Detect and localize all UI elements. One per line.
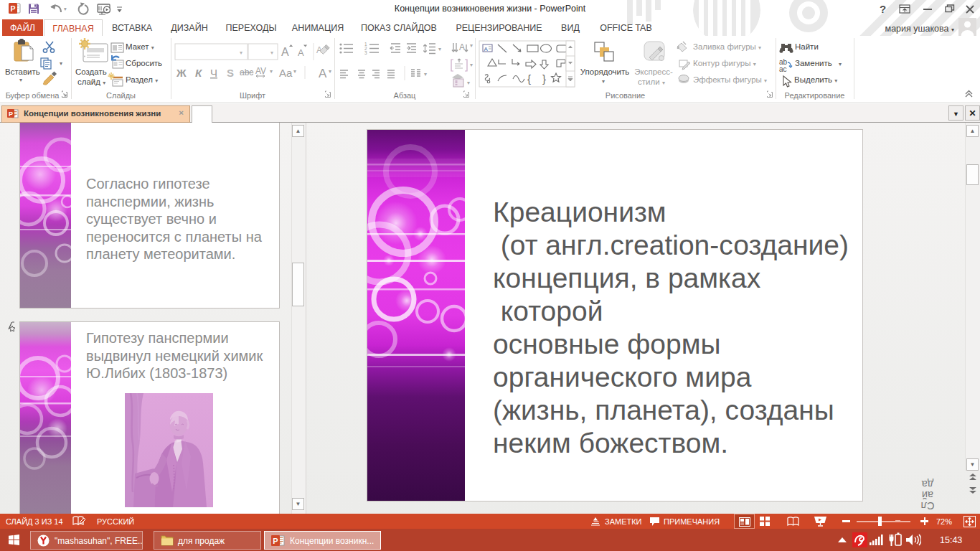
- svg-text:3: 3: [364, 50, 367, 55]
- svg-text:P: P: [273, 537, 278, 545]
- svg-text:P: P: [9, 110, 13, 118]
- svg-text:?: ?: [880, 3, 886, 15]
- svg-text:P: P: [10, 4, 15, 13]
- svg-text:S: S: [227, 67, 234, 79]
- svg-text:abc: abc: [240, 67, 253, 77]
- svg-text:Aa: Aa: [279, 67, 293, 79]
- svg-text:▾: ▾: [64, 6, 67, 12]
- svg-text:▾: ▾: [60, 60, 62, 67]
- svg-text:AV: AV: [255, 66, 266, 76]
- svg-text:▾: ▾: [467, 80, 470, 86]
- svg-text:▾: ▾: [270, 68, 273, 75]
- svg-text:ac: ac: [779, 65, 787, 73]
- svg-text:▾: ▾: [470, 42, 473, 49]
- svg-text:A: A: [298, 47, 304, 58]
- svg-text:A: A: [281, 46, 289, 58]
- svg-text:▾: ▾: [270, 50, 273, 56]
- svg-text:▾: ▾: [293, 68, 296, 75]
- svg-text:A: A: [459, 42, 465, 52]
- svg-text:▾: ▾: [438, 46, 441, 52]
- svg-text:Ж: Ж: [176, 67, 187, 79]
- svg-text:▾: ▾: [470, 62, 473, 68]
- svg-text:▾: ▾: [329, 68, 331, 75]
- svg-text:}: }: [542, 72, 546, 85]
- svg-text:{: {: [527, 72, 531, 85]
- svg-text:A: A: [484, 46, 489, 52]
- svg-text:▾: ▾: [424, 71, 427, 77]
- svg-text:A: A: [319, 67, 327, 80]
- svg-text:К: К: [195, 67, 203, 79]
- svg-text:▾: ▾: [240, 50, 242, 56]
- svg-text:Ч: Ч: [210, 67, 217, 79]
